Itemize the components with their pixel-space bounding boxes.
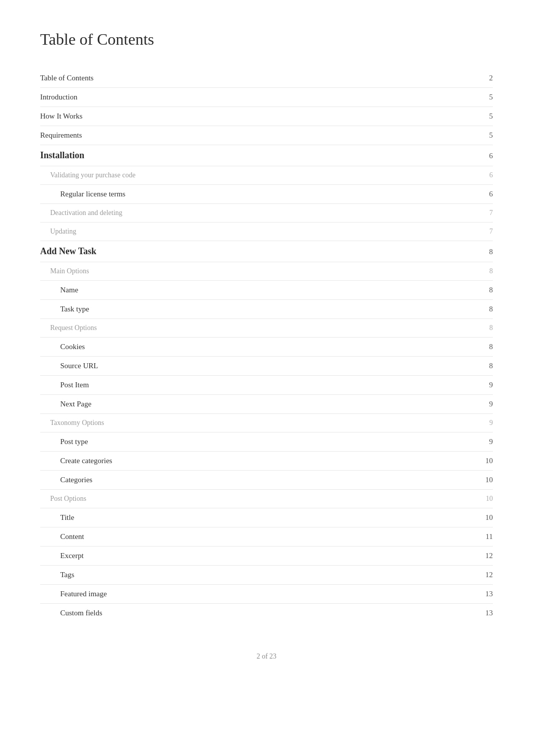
toc-next-page-page: 9	[489, 400, 493, 408]
toc-post-type-label: Post type	[40, 438, 88, 446]
toc-title-label: Title	[40, 513, 74, 522]
toc-taxonomy-options-page: 9	[489, 419, 493, 427]
toc-cookies-page: 8	[489, 343, 493, 351]
toc-table-of-contents-page: 2	[489, 74, 493, 82]
toc-taxonomy-options-label: Taxonomy Options	[40, 419, 104, 427]
toc-row: Add New Task8	[40, 241, 493, 262]
toc-categories-page: 10	[485, 476, 493, 484]
toc-create-categories-label: Create categories	[40, 457, 112, 465]
toc-source-url-page: 8	[489, 362, 493, 370]
toc-post-options-label: Post Options	[40, 495, 86, 503]
toc-row: Post type9	[40, 433, 493, 452]
toc-row: Introduction5	[40, 88, 493, 107]
toc-create-categories-page: 10	[485, 457, 493, 465]
toc-row: Source URL8	[40, 357, 493, 376]
toc-tags-label: Tags	[40, 571, 74, 579]
toc-row: Create categories10	[40, 452, 493, 471]
toc-post-options-page: 10	[486, 495, 493, 503]
toc-row: Categories10	[40, 471, 493, 490]
toc-add-new-task-label: Add New Task	[40, 246, 96, 257]
toc-installation-label: Installation	[40, 150, 84, 161]
toc-row: Next Page9	[40, 395, 493, 414]
toc-row: Main Options8	[40, 262, 493, 281]
toc-content-page: 11	[486, 532, 493, 541]
toc-row: Title10	[40, 508, 493, 527]
toc-row: Installation6	[40, 145, 493, 166]
toc-main-options-label: Main Options	[40, 267, 89, 275]
toc-updating-label: Updating	[40, 228, 76, 236]
toc-introduction-page: 5	[489, 93, 493, 101]
toc-validating-page: 6	[489, 171, 493, 179]
toc-row: Taxonomy Options9	[40, 414, 493, 433]
toc-custom-fields-page: 13	[485, 609, 493, 617]
toc-regular-license-label: Regular license terms	[40, 190, 125, 198]
toc-excerpt-label: Excerpt	[40, 552, 84, 560]
toc-updating-page: 7	[489, 228, 493, 236]
toc-excerpt-page: 12	[485, 552, 493, 560]
toc-requirements-label: Requirements	[40, 131, 82, 140]
toc-row: How It Works5	[40, 107, 493, 126]
toc-name-page: 8	[489, 286, 493, 294]
toc-row: Name8	[40, 281, 493, 300]
toc-next-page-label: Next Page	[40, 400, 91, 408]
page-title: Table of Contents	[40, 30, 493, 49]
toc-post-item-label: Post Item	[40, 381, 89, 389]
toc-row: Updating7	[40, 223, 493, 241]
toc-row: Excerpt12	[40, 547, 493, 566]
toc-content-label: Content	[40, 532, 84, 541]
toc-cookies-label: Cookies	[40, 343, 85, 351]
toc-source-url-label: Source URL	[40, 362, 98, 370]
toc-row: Post Options10	[40, 490, 493, 508]
toc-row: Requirements5	[40, 126, 493, 145]
toc-row: Table of Contents2	[40, 69, 493, 88]
toc-row: Featured image13	[40, 585, 493, 604]
toc-regular-license-page: 6	[489, 190, 493, 198]
toc-custom-fields-label: Custom fields	[40, 609, 102, 617]
toc-installation-page: 6	[489, 152, 493, 160]
toc-container: Table of Contents2Introduction5How It Wo…	[40, 69, 493, 622]
toc-post-type-page: 9	[489, 438, 493, 446]
toc-main-options-page: 8	[489, 267, 493, 275]
toc-request-options-label: Request Options	[40, 324, 97, 332]
toc-title-page: 10	[485, 513, 493, 522]
page-footer: 2 of 23	[40, 653, 493, 661]
toc-introduction-label: Introduction	[40, 93, 77, 101]
toc-featured-image-page: 13	[485, 590, 493, 598]
toc-row: Validating your purchase code6	[40, 166, 493, 185]
toc-how-it-works-label: How It Works	[40, 112, 82, 121]
toc-row: Tags12	[40, 566, 493, 585]
toc-row: Deactivation and deleting7	[40, 204, 493, 223]
toc-add-new-task-page: 8	[489, 248, 493, 256]
toc-task-type-label: Task type	[40, 305, 89, 313]
toc-row: Content11	[40, 527, 493, 547]
toc-row: Cookies8	[40, 338, 493, 357]
toc-validating-label: Validating your purchase code	[40, 171, 136, 179]
toc-row: Request Options8	[40, 319, 493, 338]
toc-task-type-page: 8	[489, 305, 493, 313]
toc-row: Custom fields13	[40, 604, 493, 622]
toc-deactivation-label: Deactivation and deleting	[40, 209, 122, 217]
toc-row: Task type8	[40, 300, 493, 319]
toc-tags-page: 12	[485, 571, 493, 579]
toc-post-item-page: 9	[489, 381, 493, 389]
toc-request-options-page: 8	[489, 324, 493, 332]
toc-table-of-contents-label: Table of Contents	[40, 74, 93, 82]
toc-name-label: Name	[40, 286, 78, 294]
toc-how-it-works-page: 5	[489, 112, 493, 121]
toc-categories-label: Categories	[40, 476, 92, 484]
toc-row: Post Item9	[40, 376, 493, 395]
toc-row: Regular license terms6	[40, 185, 493, 204]
toc-deactivation-page: 7	[489, 209, 493, 217]
toc-requirements-page: 5	[489, 131, 493, 140]
toc-featured-image-label: Featured image	[40, 590, 107, 598]
